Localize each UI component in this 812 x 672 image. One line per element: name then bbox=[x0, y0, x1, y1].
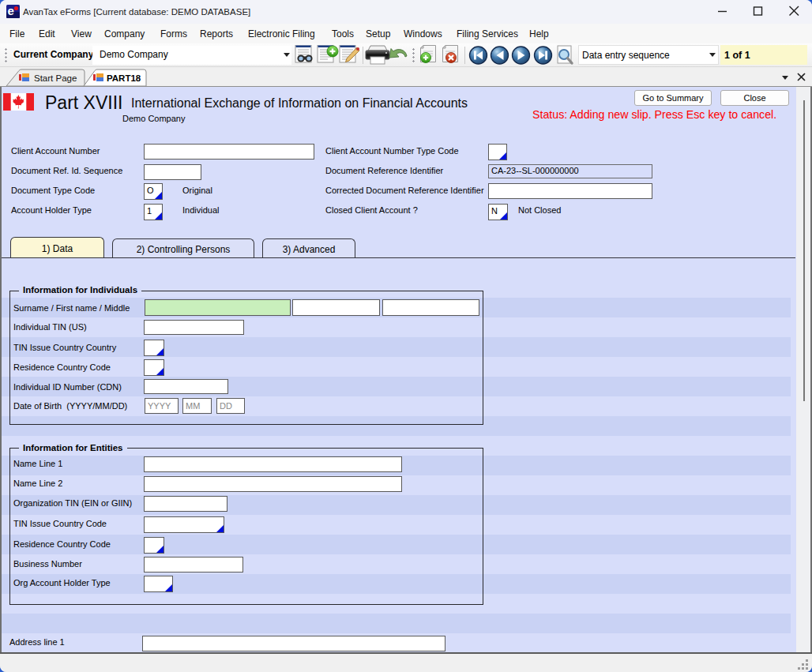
svg-text:PART18: PART18 bbox=[107, 73, 141, 83]
svg-text:Start Page: Start Page bbox=[34, 73, 77, 83]
svg-text:e: e bbox=[8, 5, 14, 17]
